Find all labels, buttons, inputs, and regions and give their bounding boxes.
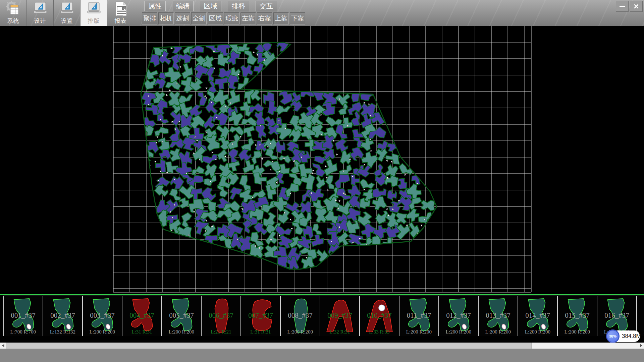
close-button[interactable] (630, 1, 643, 12)
ribbon-toolbar: 系统 设计 设置 排版 报表 属性编辑区域排料交互 聚排相机选割全割区域瑕疵左靠… (0, 0, 644, 26)
memory-value: 384.8M (622, 333, 641, 340)
piece-shape (522, 297, 553, 335)
piece-thumbnail-strip: 001_#37L:700 R:700002_#37L:132 R:132003_… (0, 295, 644, 343)
nesting-canvas[interactable] (0, 26, 644, 294)
menu-button-3[interactable]: 区域 (200, 1, 221, 11)
app-button-label: 设置 (61, 17, 73, 25)
scrollbar-thumb[interactable] (6, 343, 532, 349)
thumb-cell-011_#37[interactable]: 011_#37L:200 R:200 (399, 296, 439, 336)
settings-ruler-icon (59, 1, 75, 16)
tool-button-9[interactable]: 上靠 (273, 12, 289, 24)
design-ruler-icon (33, 1, 48, 16)
thumb-cell-001_#37[interactable]: 001_#37L:700 R:700 (3, 296, 43, 336)
piece-shape (443, 297, 474, 335)
piece-shape (562, 297, 593, 335)
thumb-cell-010_#37[interactable]: 010_#37L:33 R:33 (360, 296, 399, 336)
window-controls (616, 1, 643, 12)
horizontal-scrollbar (0, 343, 644, 349)
menu-button-2[interactable]: 编辑 (172, 1, 194, 11)
tool-button-5[interactable]: 区域 (208, 12, 223, 24)
app-mode-buttons: 系统 设计 设置 排版 报表 (0, 0, 134, 26)
piece-shape (87, 297, 118, 335)
app-button-label: 排版 (88, 17, 100, 25)
thumb-cell-012_#37[interactable]: 012_#37L:200 R:200 (439, 296, 478, 336)
piece-shape (324, 297, 355, 335)
app-button-label: 报表 (115, 17, 127, 25)
tool-button-10[interactable]: 下靠 (290, 12, 305, 24)
memory-percent-badge: 38% (606, 329, 620, 343)
app-button-label: 系统 (7, 17, 19, 25)
piece-shape (47, 297, 78, 335)
canvas-svg (0, 26, 644, 294)
piece-shape (245, 297, 276, 335)
right-arrow-icon (640, 344, 642, 347)
tool-row: 聚排相机选割全割区域瑕疵左靠右靠上靠下靠 (142, 12, 305, 24)
app-button-5[interactable]: 报表 (107, 0, 134, 26)
tool-button-4[interactable]: 全割 (191, 12, 207, 24)
thumb-cell-003_#37[interactable]: 003_#37L:200 R:200 (83, 296, 122, 336)
piece-shape (483, 297, 514, 335)
tool-button-6[interactable]: 瑕疵 (224, 12, 239, 24)
piece-shape (8, 297, 39, 335)
app-button-3[interactable]: 设置 (54, 0, 80, 26)
thumb-cell-006_#37[interactable]: 006_#37L:21 R:21 (201, 296, 241, 336)
left-arrow-icon (2, 344, 4, 347)
thumb-cell-017_#37[interactable]: 017_#37L:200 R:200 (637, 296, 644, 336)
piece-shape (404, 297, 434, 335)
minimize-button[interactable] (616, 1, 629, 12)
menu-button-4[interactable]: 排料 (228, 1, 249, 11)
piece-shape (601, 297, 632, 335)
scroll-left-arrow[interactable] (0, 343, 6, 349)
piece-shape (364, 297, 395, 335)
piece-shape (126, 297, 157, 335)
piece-shape (285, 297, 316, 335)
tool-button-3[interactable]: 选割 (175, 12, 190, 24)
app-button-2[interactable]: 设计 (27, 0, 54, 26)
thumb-cell-016_#37[interactable]: 016_#37L:200 R:200 (597, 296, 637, 336)
app-button-1[interactable]: 系统 (0, 0, 27, 26)
thumb-cell-009_#37[interactable]: 009_#37L:32 R:31 (320, 296, 360, 336)
app-window: 系统 设计 设置 排版 报表 属性编辑区域排料交互 聚排相机选割全割区域瑕疵左靠… (0, 0, 644, 362)
minimize-icon (620, 6, 625, 7)
thumb-cell-014_#37[interactable]: 014_#37L:200 R:200 (518, 296, 557, 336)
menu-button-5[interactable]: 交互 (256, 1, 277, 11)
thumb-cell-002_#37[interactable]: 002_#37L:132 R:132 (43, 296, 83, 336)
status-bar (0, 349, 644, 362)
report-doc-icon (113, 1, 128, 16)
thumb-cell-008_#37[interactable]: 008_#37L:200 R:200 (280, 296, 320, 336)
thumb-cell-015_#37[interactable]: 015_#37L:200 R:200 (557, 296, 597, 336)
piece-shape (641, 297, 644, 335)
menu-button-1[interactable]: 属性 (144, 1, 166, 11)
tool-button-7[interactable]: 左靠 (240, 12, 256, 24)
app-button-label: 设计 (34, 17, 46, 25)
scroll-right-arrow[interactable] (638, 343, 644, 349)
tool-button-2[interactable]: 相机 (158, 12, 174, 24)
piece-shape (166, 297, 197, 335)
menu-row: 属性编辑区域排料交互 (144, 1, 277, 11)
system-gear-icon (6, 1, 21, 16)
nesting-ruler-icon (86, 1, 102, 16)
thumb-cell-013_#37[interactable]: 013_#37L:200 R:200 (478, 296, 518, 336)
tool-button-1[interactable]: 聚排 (142, 12, 157, 24)
memory-badge: 38% 384.8M (607, 330, 640, 342)
app-button-4[interactable]: 排版 (80, 0, 107, 26)
piece-shape (206, 297, 236, 335)
thumb-cell-007_#37[interactable]: 007_#37L:31 R:31 (241, 296, 280, 336)
thumb-cell-005_#37[interactable]: 005_#37L:200 R:200 (162, 296, 201, 336)
tool-button-8[interactable]: 右靠 (257, 12, 272, 24)
thumb-cell-004_#37[interactable]: 004_#37L:31 R:31 (122, 296, 162, 336)
